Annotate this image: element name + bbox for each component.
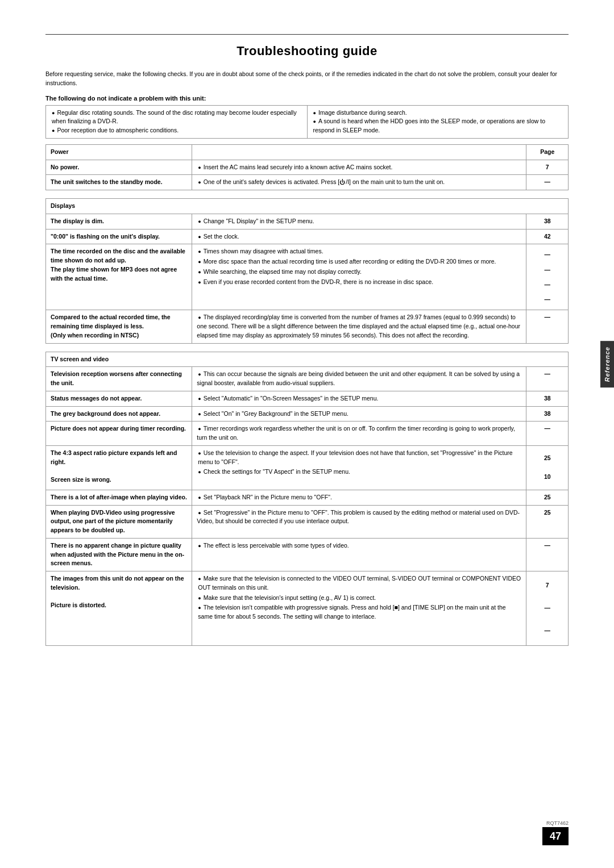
table-row: The grey background does not appear. Sel… xyxy=(46,406,569,422)
displays-section-table: Displays The display is dim. Change "FL … xyxy=(45,198,569,344)
remedy-bullet: The effect is less perceivable with some… xyxy=(197,542,349,549)
remedy-cell: The displayed recording/play time is con… xyxy=(192,310,526,343)
remedy-bullet: Set "Progressive" in the Picture menu to… xyxy=(197,509,520,525)
page-number: 47 xyxy=(542,827,569,845)
table-row: Status messages do not appear. Select "A… xyxy=(46,391,569,406)
page-number-area: RQT7462 47 xyxy=(542,820,569,845)
intro-text: Before requesting service, make the foll… xyxy=(45,70,569,88)
problem-cell: Status messages do not appear. xyxy=(46,391,192,406)
problem-cell: The unit switches to the standby mode. xyxy=(46,175,192,190)
remedy-cell: One of the unit's safety devices is acti… xyxy=(192,175,526,190)
power-page-label: Page xyxy=(526,144,569,160)
tv-section-label: TV screen and video xyxy=(46,352,569,367)
table-row: When playing DVD-Video using progressive… xyxy=(46,505,569,538)
table-row: The display is dim. Change "FL Display" … xyxy=(46,214,569,229)
remedy-bullet: The displayed recording/play time is con… xyxy=(197,314,520,339)
remedy-cell: Set "Playback NR" in the Picture menu to… xyxy=(192,490,526,505)
table-row: No power. Insert the AC mains lead secur… xyxy=(46,160,569,175)
remedy-bullet: More disc space than the actual recordin… xyxy=(197,257,521,266)
table-row: "0:00" is flashing on the unit's display… xyxy=(46,229,569,244)
not-problem-left: Regular disc rotating sounds. The sound … xyxy=(46,105,308,138)
remedy-cell: Set the clock. xyxy=(192,229,526,244)
page-cell: 25 xyxy=(526,490,569,505)
table-row: Compared to the actual recorded time, th… xyxy=(46,310,569,343)
remedy-cell: Timer recordings work regardless whether… xyxy=(192,422,526,446)
problem-cell: The display is dim. xyxy=(46,214,192,229)
problem-cell: There is a lot of after-image when playi… xyxy=(46,490,192,505)
table-row: Television reception worsens after conne… xyxy=(46,367,569,391)
remedy-cell: This can occur because the signals are b… xyxy=(192,367,526,391)
remedy-bullet: Times shown may disagree with actual tim… xyxy=(197,247,521,256)
remedy-cell: Use the television to change the aspect.… xyxy=(192,445,526,490)
problem-cell: Picture does not appear during timer rec… xyxy=(46,422,192,446)
problem-cell: The grey background does not appear. xyxy=(46,406,192,422)
problem-cell: There is no apparent change in picture q… xyxy=(46,538,192,571)
problem-cell: The time recorded on the disc and the av… xyxy=(46,244,192,310)
remedy-bullet: Check the settings for "TV Aspect" in th… xyxy=(197,468,521,477)
page-cell: 7—— xyxy=(526,571,569,646)
page-cell: 38 xyxy=(526,214,569,229)
page-cell: ———— xyxy=(526,244,569,310)
remedy-cell: Set "Progressive" in the Picture menu to… xyxy=(192,505,526,538)
problem-cell: The images from this unit do not appear … xyxy=(46,571,192,646)
table-row: The unit switches to the standby mode. O… xyxy=(46,175,569,190)
not-problem-right: Image disturbance during search. A sound… xyxy=(307,105,569,138)
page: Troubleshooting guide Before requesting … xyxy=(0,0,614,868)
remedy-bullet: Use the television to change the aspect.… xyxy=(197,449,521,467)
table-row: The images from this unit do not appear … xyxy=(46,571,569,646)
remedy-bullet: Make sure that the television is connect… xyxy=(197,574,521,592)
remedy-bullet: Set the clock. xyxy=(197,233,239,240)
page-cell: — xyxy=(526,422,569,446)
remedy-bullet: Make sure that the television's input se… xyxy=(197,594,521,603)
problem-cell: When playing DVD-Video using progressive… xyxy=(46,505,192,538)
not-problem-item: Image disturbance during search. xyxy=(312,108,564,118)
page-cell: 38 xyxy=(526,391,569,406)
problem-cell: Television reception worsens after conne… xyxy=(46,367,192,391)
remedy-bullet: Timer recordings work regardless whether… xyxy=(197,425,515,441)
remedy-bullet: Change "FL Display" in the SETUP menu. xyxy=(197,218,314,224)
remedy-bullet: Select "On" in "Grey Background" in the … xyxy=(197,410,349,417)
remedy-cell: Select "On" in "Grey Background" in the … xyxy=(192,406,526,422)
table-row: The 4:3 aspect ratio picture expands lef… xyxy=(46,445,569,490)
remedy-cell: The effect is less perceivable with some… xyxy=(192,538,526,571)
remedy-bullet: While searching, the elapsed time may no… xyxy=(197,268,521,277)
reference-tab: Reference xyxy=(600,341,614,387)
problem-cell: Compared to the actual recorded time, th… xyxy=(46,310,192,343)
remedy-cell: Insert the AC mains lead securely into a… xyxy=(192,160,526,175)
page-title: Troubleshooting guide xyxy=(45,44,569,59)
problem-cell: "0:00" is flashing on the unit's display… xyxy=(46,229,192,244)
remedy-cell: Change "FL Display" in the SETUP menu. xyxy=(192,214,526,229)
not-problem-header: The following do not indicate a problem … xyxy=(45,95,569,102)
remedy-bullet: The television isn't compatible with pro… xyxy=(197,603,521,621)
displays-section-label: Displays xyxy=(46,199,569,214)
page-cell: 42 xyxy=(526,229,569,244)
not-problem-table: Regular disc rotating sounds. The sound … xyxy=(45,105,569,139)
not-problem-item: Regular disc rotating sounds. The sound … xyxy=(51,108,302,127)
remedy-bullet: This can occur because the signals are b… xyxy=(197,370,520,386)
power-remedy-header xyxy=(192,144,526,160)
remedy-cell: Select "Automatic" in "On-Screen Message… xyxy=(192,391,526,406)
remedy-cell: Times shown may disagree with actual tim… xyxy=(192,244,526,310)
table-row: The time recorded on the disc and the av… xyxy=(46,244,569,310)
remedy-bullet: Even if you erase recorded content from … xyxy=(197,278,521,287)
remedy-cell: Make sure that the television is connect… xyxy=(192,571,526,646)
not-problem-item: A sound is heard when the HDD goes into … xyxy=(312,117,564,135)
page-cell: — xyxy=(526,367,569,391)
page-cell: — xyxy=(526,175,569,190)
power-section-label: Power xyxy=(46,144,192,160)
problem-cell: No power. xyxy=(46,160,192,175)
page-cell: 38 xyxy=(526,406,569,422)
table-row: There is a lot of after-image when playi… xyxy=(46,490,569,505)
not-problem-item: Poor reception due to atmospheric condit… xyxy=(51,126,302,135)
page-cell: 7 xyxy=(526,160,569,175)
table-row: Picture does not appear during timer rec… xyxy=(46,422,569,446)
power-section-table: Power Page No power. Insert the AC mains… xyxy=(45,144,569,190)
tv-section-table: TV screen and video Television reception… xyxy=(45,352,569,646)
remedy-bullet: One of the unit's safety devices is acti… xyxy=(197,178,445,185)
table-row: There is no apparent change in picture q… xyxy=(46,538,569,571)
problem-cell: The 4:3 aspect ratio picture expands lef… xyxy=(46,445,192,490)
remedy-bullet: Set "Playback NR" in the Picture menu to… xyxy=(197,494,332,500)
remedy-bullet: Select "Automatic" in "On-Screen Message… xyxy=(197,395,378,402)
doc-code: RQT7462 xyxy=(546,820,569,826)
page-cell: 2510 xyxy=(526,445,569,490)
